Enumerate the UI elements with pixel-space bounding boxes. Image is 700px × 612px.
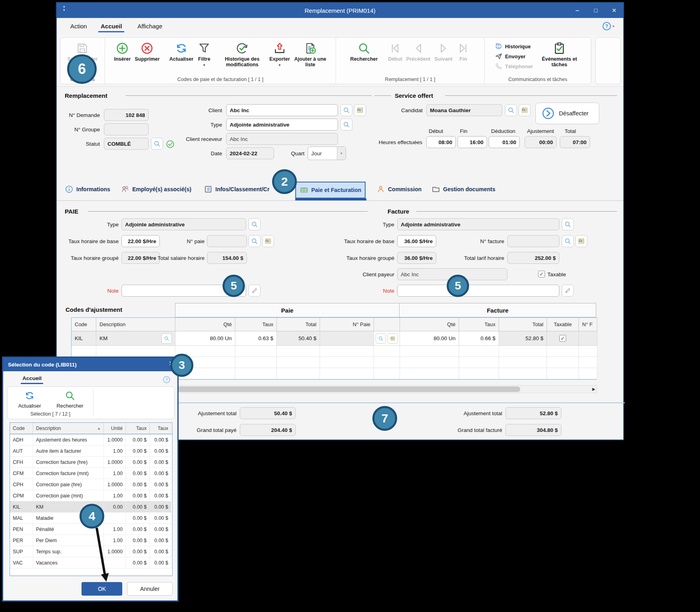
dlg-col-taux1[interactable]: Taux: [126, 423, 150, 434]
paie-ajustement-total-field[interactable]: 50.40 $: [240, 407, 296, 419]
code-search-button[interactable]: [161, 333, 172, 344]
menu-action[interactable]: Action: [68, 21, 89, 31]
dlg-col-code[interactable]: Code: [10, 423, 33, 434]
nav-previous-button[interactable]: Précédent: [404, 41, 432, 63]
col-taxable[interactable]: Taxable: [547, 318, 579, 331]
no-facture-lookup-button[interactable]: [575, 235, 587, 247]
filter-button[interactable]: Filtre ▾: [195, 41, 213, 68]
taxable-checkbox[interactable]: ✓: [538, 271, 545, 277]
dialog-tab-accueil[interactable]: Accueil: [21, 374, 43, 384]
heures-deduction-field[interactable]: 01:00: [489, 136, 520, 148]
total-tarif-field[interactable]: 252.00 $: [507, 252, 559, 264]
cell-paie-qte[interactable]: 80.00 Un: [175, 331, 235, 346]
col-no-f[interactable]: N° F: [579, 318, 597, 331]
col-no-paie[interactable]: N° Paie: [320, 318, 374, 331]
col-facture-taux[interactable]: Taux: [459, 318, 499, 331]
cancel-button[interactable]: Annuler: [127, 582, 173, 596]
candidat-field[interactable]: Moana Gauthier: [426, 104, 502, 116]
row-taxable-checkbox[interactable]: ✓: [559, 335, 566, 342]
row-search-button[interactable]: [376, 333, 386, 344]
no-paie-lookup-button[interactable]: [262, 235, 274, 247]
total-salaire-field[interactable]: 154.00 $: [207, 252, 247, 264]
col-paie-total[interactable]: Total: [277, 318, 320, 331]
paie-taux-base-field[interactable]: 22.00 $/Hre: [121, 235, 160, 247]
date-field[interactable]: 2024-02-22: [226, 147, 274, 159]
heures-fin-field[interactable]: 16:00: [457, 136, 487, 148]
dialog-refresh-button[interactable]: Actualiser: [12, 390, 48, 409]
quart-select[interactable]: Jour ▾: [308, 147, 346, 160]
no-demande-field[interactable]: 102 848: [104, 109, 149, 121]
statut-search-button[interactable]: [151, 138, 163, 150]
delete-button[interactable]: Supprimer: [133, 41, 162, 63]
tab-gestion-documents[interactable]: Gestion documents: [432, 185, 495, 194]
facture-note-edit-button[interactable]: [562, 285, 574, 297]
export-button[interactable]: Exporter ▾: [267, 41, 292, 68]
tab-commission[interactable]: Commission: [376, 185, 422, 194]
dlg-col-taux2[interactable]: Taux: [150, 423, 171, 434]
candidat-lookup-button[interactable]: [519, 104, 531, 116]
desaffecter-button[interactable]: Désaffecter: [535, 103, 599, 124]
cell-facture-qte[interactable]: 80.00 Un: [400, 331, 459, 346]
scroll-right-icon[interactable]: ▶: [592, 387, 595, 391]
cell-code[interactable]: KIL: [72, 331, 96, 346]
col-facture-total[interactable]: Total: [499, 318, 547, 331]
facture-taux-base-field[interactable]: 36.00 $/Hre: [397, 235, 436, 247]
phone-button[interactable]: Téléphoner: [495, 62, 533, 70]
client-lookup-button[interactable]: [354, 104, 366, 116]
send-button[interactable]: Envoyer: [495, 52, 533, 60]
dlg-col-unite[interactable]: Unité: [104, 423, 126, 434]
help-icon[interactable]: ?: [163, 376, 170, 383]
heures-total-field[interactable]: 07:00: [560, 136, 590, 148]
facture-type-search-button[interactable]: [562, 218, 574, 230]
col-paie-taux[interactable]: Taux: [235, 318, 277, 331]
refresh-button[interactable]: Actualiser: [167, 41, 195, 63]
heures-ajustement-field[interactable]: 00:00: [525, 136, 557, 148]
client-field[interactable]: Abc Inc: [226, 104, 338, 116]
client-search-button[interactable]: [340, 104, 352, 116]
insert-button[interactable]: Insérer: [112, 41, 133, 63]
cell-facture-taux[interactable]: 0.66 $: [459, 331, 499, 346]
col-facture-qte[interactable]: Qté: [400, 318, 459, 331]
add-to-list-button[interactable]: Ajouter à une liste: [292, 41, 329, 69]
grand-total-paye-field[interactable]: 204.40 $: [240, 424, 296, 436]
facture-note-field[interactable]: [397, 285, 559, 297]
facture-taux-groupe-field[interactable]: 36.00 $/Hre: [397, 252, 436, 264]
minimize-button[interactable]: –: [568, 3, 587, 18]
grand-total-facture-field[interactable]: 304.80 $: [505, 424, 561, 436]
nav-next-button[interactable]: Suivant: [432, 41, 454, 63]
cell-facture-total[interactable]: 52.80 $: [499, 331, 547, 346]
cell-no-f[interactable]: [579, 331, 597, 346]
menu-affichage[interactable]: Affichage: [135, 21, 165, 31]
paie-type-field[interactable]: Adjointe administrative: [121, 218, 246, 230]
close-button[interactable]: ×: [605, 3, 623, 18]
no-paie-field[interactable]: [207, 235, 247, 247]
maximize-button[interactable]: □: [587, 3, 605, 18]
dialog-search-button[interactable]: Rechercher: [49, 390, 91, 409]
help-icon[interactable]: ?: [603, 22, 611, 30]
col-code[interactable]: Code: [72, 318, 96, 331]
col-paie-qte[interactable]: Qté: [175, 318, 235, 331]
history-button[interactable]: Historique: [495, 42, 533, 50]
type-search-button[interactable]: [340, 119, 352, 131]
no-facture-search-button[interactable]: [562, 235, 574, 247]
no-facture-field[interactable]: [507, 235, 559, 247]
type-field[interactable]: Adjointe administrative: [226, 119, 338, 131]
events-tasks-button[interactable]: Événements et tâches: [538, 41, 581, 69]
tab-paie-facturation[interactable]: Paie et Facturation: [295, 182, 366, 198]
client-receveur-field[interactable]: Abc Inc: [226, 133, 338, 145]
nav-first-button[interactable]: Début: [386, 41, 404, 63]
cell-description[interactable]: KM: [96, 331, 175, 346]
cell-paie-taux[interactable]: 0.63 $: [235, 331, 277, 346]
no-groupe-field[interactable]: [104, 123, 149, 135]
cell-no-paie[interactable]: [320, 331, 374, 346]
col-description[interactable]: Description: [96, 318, 175, 331]
paie-type-search-button[interactable]: [249, 218, 261, 230]
row-lookup-button[interactable]: [388, 333, 398, 344]
paie-note-edit-button[interactable]: [249, 285, 261, 297]
menu-accueil[interactable]: Accueil: [98, 21, 124, 32]
chevron-down-icon[interactable]: ▾: [612, 24, 614, 28]
tab-infos-classement[interactable]: Infos/Classement/Cr: [204, 185, 269, 194]
cell-paie-total[interactable]: 50.40 $: [277, 331, 320, 346]
tab-employes-associes[interactable]: Employé(s) associé(s): [121, 185, 191, 194]
tab-informations[interactable]: Informations: [65, 185, 110, 194]
